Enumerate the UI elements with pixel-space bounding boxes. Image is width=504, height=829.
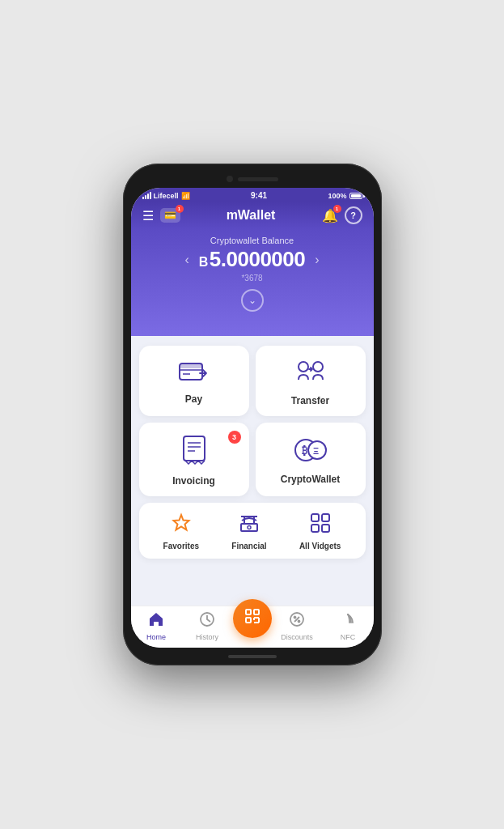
tab-home[interactable]: Home xyxy=(131,611,182,641)
card-badge: 1 xyxy=(176,205,184,213)
all-vidgets-icon xyxy=(310,512,331,538)
svg-rect-6 xyxy=(184,436,205,461)
transfer-label: Transfer xyxy=(291,395,329,406)
svg-rect-19 xyxy=(311,514,319,521)
phone-frame: Lifecell 📶 9:41 100% ☰ 💳 xyxy=(123,164,382,665)
favorites-label: Favorites xyxy=(163,542,199,551)
home-indicator xyxy=(228,655,277,658)
home-tab-label: Home xyxy=(146,633,166,641)
help-icon: ? xyxy=(350,210,356,220)
status-time: 9:41 xyxy=(251,191,267,200)
help-button[interactable]: ? xyxy=(345,206,362,224)
balance-prev-button[interactable]: ‹ xyxy=(184,253,188,267)
app-header: ☰ 💳 1 mWallet 🔔 1 ? xyxy=(131,202,374,229)
svg-rect-22 xyxy=(322,525,329,532)
phone-bottom-bar xyxy=(131,651,374,662)
menu-button[interactable]: ☰ xyxy=(142,208,154,223)
svg-point-33 xyxy=(294,617,296,619)
expand-button[interactable]: ⌄ xyxy=(241,289,264,312)
invoicing-badge: 3 xyxy=(228,431,241,444)
tab-bar: Home History xyxy=(131,606,374,648)
history-tab-icon xyxy=(199,611,215,631)
invoicing-label: Invoicing xyxy=(172,475,215,487)
battery-percent: 100% xyxy=(328,192,346,200)
svg-text:Ξ: Ξ xyxy=(313,446,319,456)
account-number: *3678 xyxy=(142,274,362,283)
status-bar: Lifecell 📶 9:41 100% xyxy=(131,188,374,202)
svg-rect-21 xyxy=(311,525,319,532)
svg-rect-1 xyxy=(180,363,202,368)
balance-amount: B5.0000000 xyxy=(199,247,305,272)
cryptowallet-card[interactable]: ₿ Ξ CryptoWallet xyxy=(256,423,366,496)
transfer-icon xyxy=(295,359,326,390)
status-right: 100% xyxy=(328,192,362,200)
widgets-row: Favorites xyxy=(139,503,366,559)
battery-icon xyxy=(349,193,362,199)
tab-history[interactable]: History xyxy=(182,611,233,641)
svg-rect-20 xyxy=(322,514,329,521)
scan-icon xyxy=(244,607,261,629)
pay-label: Pay xyxy=(185,393,202,405)
balance-row: ‹ B5.0000000 › xyxy=(142,247,362,272)
header-left: ☰ 💳 1 xyxy=(142,208,180,223)
tab-discounts[interactable]: Discounts xyxy=(272,611,323,641)
app-container: Lifecell 📶 9:41 100% ☰ 💳 xyxy=(131,188,374,648)
balance-currency: B xyxy=(199,255,208,269)
invoicing-card[interactable]: 3 Invoicing xyxy=(139,423,249,496)
svg-text:₿: ₿ xyxy=(302,444,307,457)
discounts-tab-icon xyxy=(289,611,305,631)
app-title: mWallet xyxy=(227,208,276,223)
all-vidgets-label: All Vidgets xyxy=(299,542,341,551)
phone-speaker xyxy=(238,177,278,181)
notification-button[interactable]: 🔔 1 xyxy=(322,208,338,223)
favorites-widget[interactable]: Favorites xyxy=(163,512,199,551)
battery-fill xyxy=(351,194,361,198)
cryptowallet-icon: ₿ Ξ xyxy=(294,437,327,469)
svg-point-18 xyxy=(248,526,251,529)
pay-icon xyxy=(179,360,210,389)
header-top: ☰ 💳 1 mWallet 🔔 1 ? xyxy=(142,206,362,224)
carrier-name: Lifecell xyxy=(154,192,179,200)
nfc-tab-label: NFC xyxy=(341,633,356,641)
notification-badge: 1 xyxy=(333,205,341,213)
balance-label: Cryptowallet Balance xyxy=(142,236,362,245)
scan-button[interactable] xyxy=(233,599,272,638)
wifi-icon: 📶 xyxy=(181,192,190,200)
transfer-card[interactable]: Transfer xyxy=(256,346,366,416)
status-left: Lifecell 📶 xyxy=(142,192,190,200)
nfc-tab-icon xyxy=(340,611,356,631)
history-tab-label: History xyxy=(196,633,218,641)
cards-grid: Pay Transfer xyxy=(139,346,366,496)
svg-rect-24 xyxy=(246,610,251,614)
svg-point-34 xyxy=(299,621,300,623)
financial-icon xyxy=(239,512,260,538)
svg-point-4 xyxy=(299,362,308,372)
phone-notch xyxy=(131,172,374,186)
all-vidgets-widget[interactable]: All Vidgets xyxy=(299,512,341,551)
svg-rect-25 xyxy=(254,610,259,614)
pay-card[interactable]: Pay xyxy=(139,346,249,416)
balance-next-button[interactable]: › xyxy=(315,253,319,267)
svg-rect-26 xyxy=(246,618,251,623)
favorites-icon xyxy=(171,512,192,538)
financial-label: Financial xyxy=(231,542,266,551)
invoicing-icon xyxy=(182,436,206,470)
cryptowallet-label: CryptoWallet xyxy=(281,474,341,485)
header-right: 🔔 1 ? xyxy=(322,206,362,224)
financial-widget[interactable]: Financial xyxy=(231,512,266,551)
svg-rect-14 xyxy=(241,524,257,531)
signal-icon xyxy=(142,192,151,199)
discounts-tab-label: Discounts xyxy=(281,633,313,641)
phone-screen: Lifecell 📶 9:41 100% ☰ 💳 xyxy=(131,188,374,648)
card-button[interactable]: 💳 1 xyxy=(160,208,180,223)
main-content: Pay Transfer xyxy=(131,336,374,606)
tab-nfc[interactable]: NFC xyxy=(323,611,374,641)
balance-section: Cryptowallet Balance ‹ B5.0000000 › *367… xyxy=(131,229,374,336)
front-camera xyxy=(227,176,233,182)
home-tab-icon xyxy=(148,611,164,631)
svg-point-5 xyxy=(313,362,323,372)
